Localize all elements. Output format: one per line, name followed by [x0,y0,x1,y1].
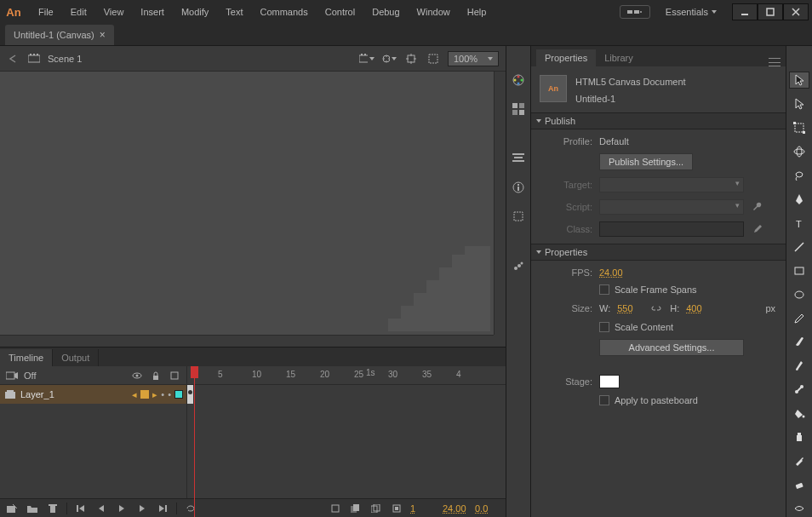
panel-menu-icon[interactable] [769,58,781,66]
minimize-button[interactable] [732,3,758,20]
edit-class-icon[interactable] [751,222,764,236]
step-fwd-icon[interactable] [135,502,149,515]
timeline-ruler[interactable]: 1s 1 5 10 15 20 25 30 35 4 [187,366,506,385]
brush-panel-icon[interactable] [510,257,527,274]
vertical-scrollbar[interactable] [494,72,506,335]
class-input[interactable] [599,221,744,237]
width-value[interactable]: 550 [617,303,643,313]
workspace-selector[interactable]: Essentials [659,3,723,20]
subselection-tool[interactable] [789,95,809,112]
fps-value[interactable]: 24.00 [599,267,625,278]
menu-insert[interactable]: Insert [133,3,172,20]
maximize-button[interactable] [758,3,783,20]
menu-text[interactable]: Text [218,3,250,20]
advanced-settings-button[interactable]: Advanced Settings... [599,339,744,356]
text-tool[interactable]: T [789,215,809,232]
ink-bottle-tool[interactable] [789,428,809,445]
pencil-tool[interactable] [789,310,809,327]
new-folder-icon[interactable] [26,502,39,515]
back-button[interactable] [7,52,20,66]
center-stage-icon[interactable] [403,51,419,66]
scale-frame-spans-checkbox[interactable] [599,284,609,295]
scale-content-checkbox[interactable] [599,322,609,332]
swatches-panel-icon[interactable] [510,101,527,118]
height-value[interactable]: 400 [686,303,712,313]
tab-output[interactable]: Output [53,349,99,366]
layer-lock-dot[interactable]: • [168,389,171,399]
loop-icon[interactable] [184,502,197,515]
tab-properties[interactable]: Properties [536,49,596,66]
brush-tool[interactable] [789,333,809,350]
new-layer-icon[interactable] [5,502,19,515]
paint-bucket-tool[interactable] [789,405,809,422]
eyedropper-tool[interactable] [789,452,809,469]
layer-color-swatch[interactable] [140,390,149,399]
elapsed-time[interactable]: 0.0 [475,503,500,514]
menu-view[interactable]: View [96,3,132,20]
stage-color-swatch[interactable] [599,375,620,388]
edit-multiple-icon[interactable] [390,502,403,515]
edit-symbol-icon[interactable] [381,51,397,66]
eraser-tool[interactable] [789,476,809,493]
layer-outline-swatch[interactable] [174,390,183,399]
paint-brush-tool[interactable] [789,357,809,374]
section-properties-header[interactable]: Properties [531,244,786,261]
rectangle-tool[interactable] [789,262,809,279]
center-frame-icon[interactable] [329,502,342,515]
document-tab[interactable]: Untitled-1 (Canvas) × [5,25,114,45]
transform-panel-icon[interactable] [510,208,527,225]
edit-scene-icon[interactable] [359,51,375,66]
oval-tool[interactable] [789,286,809,303]
layer-row[interactable]: Layer_1 ◂ ▸ • • [0,385,186,404]
tab-timeline[interactable]: Timeline [0,349,53,366]
link-dimensions-icon[interactable] [649,302,663,315]
publish-settings-button[interactable]: Publish Settings... [599,153,693,170]
apply-pasteboard-checkbox[interactable] [599,395,609,405]
stage-view[interactable] [0,72,506,347]
sync-settings-button[interactable] [620,5,650,19]
align-panel-icon[interactable] [510,150,527,167]
lock-icon[interactable] [149,369,163,382]
prev-frame-icon[interactable]: ◂ [132,389,137,400]
camera-icon[interactable] [5,369,19,382]
bone-tool[interactable] [789,381,809,398]
free-transform-tool[interactable] [789,119,809,136]
width-tool[interactable] [789,500,809,517]
layer-name[interactable]: Layer_1 [20,389,129,399]
menu-help[interactable]: Help [460,3,495,20]
zoom-dropdown[interactable]: 100% [448,51,499,66]
menu-edit[interactable]: Edit [63,3,94,20]
pen-tool[interactable] [789,191,809,208]
visibility-icon[interactable] [130,369,144,382]
horizontal-scrollbar[interactable] [0,335,494,347]
menu-window[interactable]: Window [409,3,458,20]
playhead[interactable] [194,366,195,517]
menu-modify[interactable]: Modify [174,3,216,20]
close-tab-icon[interactable]: × [100,29,106,41]
tab-library[interactable]: Library [596,49,642,66]
onion-outline-icon[interactable] [369,502,383,515]
step-back-icon[interactable] [94,502,108,515]
3d-rotation-tool[interactable] [789,143,809,160]
wrench-icon[interactable] [751,200,764,214]
menu-control[interactable]: Control [317,3,363,20]
color-panel-icon[interactable] [510,72,527,89]
line-tool[interactable] [789,238,809,256]
frame-rate[interactable]: 24.00 [443,503,468,514]
selection-tool[interactable] [789,72,809,89]
current-frame[interactable]: 1 [410,503,436,514]
close-button[interactable] [783,3,809,20]
play-icon[interactable] [115,502,129,515]
lasso-tool[interactable] [789,167,809,184]
outline-icon[interactable] [168,369,181,382]
menu-debug[interactable]: Debug [364,3,407,20]
goto-first-icon[interactable] [74,502,88,515]
menu-file[interactable]: File [31,3,61,20]
delete-layer-icon[interactable] [46,502,60,515]
info-panel-icon[interactable] [510,179,527,196]
onion-skin-icon[interactable] [349,502,363,515]
layer-visibility-dot[interactable]: • [161,389,164,399]
goto-last-icon[interactable] [156,502,169,515]
timeline-frames[interactable] [187,385,506,404]
next-frame-icon[interactable]: ▸ [152,389,157,400]
